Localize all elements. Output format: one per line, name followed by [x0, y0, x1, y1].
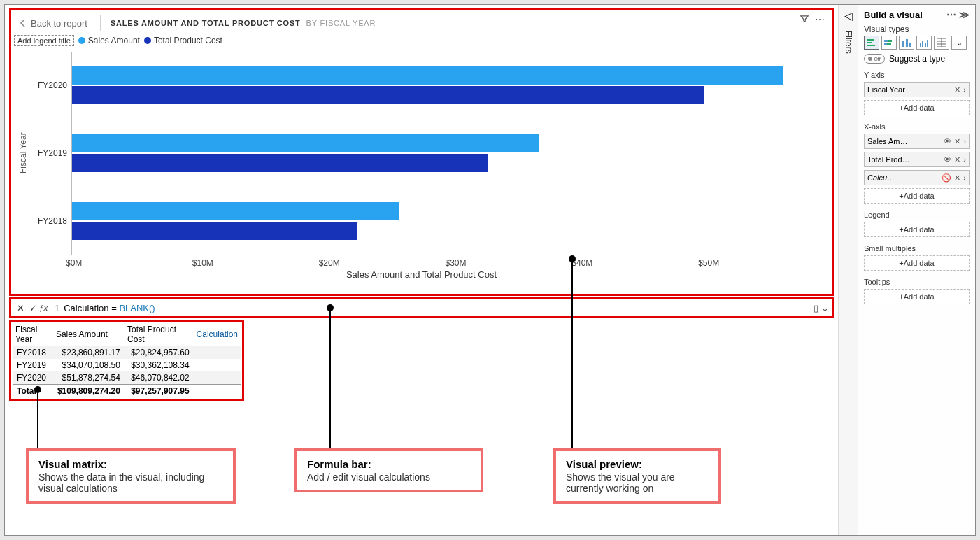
formula-bar[interactable]: ✕ ✓ ƒx 1Calculation = BLANK() ▯ ⌄: [9, 297, 834, 318]
panel-more-icon[interactable]: ⋯: [946, 9, 956, 20]
col-sales-amount[interactable]: Sales Amount: [53, 323, 125, 346]
x-icon[interactable]: ✕: [954, 155, 960, 164]
yaxis-add-data[interactable]: +Add data: [864, 100, 970, 115]
format-icon[interactable]: ▯: [814, 303, 818, 313]
x-icon[interactable]: ✕: [954, 173, 960, 183]
y-axis-labels: FY2020FY2019FY2018: [29, 52, 71, 255]
field-name: Total Prod…: [867, 155, 941, 164]
x-axis-ticks: $0M$10M$20M$30M$40M$50M: [66, 255, 825, 269]
chev-icon[interactable]: ›: [963, 155, 966, 164]
legend: Add legend title Sales Amount Total Prod…: [11, 34, 832, 52]
callout-matrix: Visual matrix: Shows the data in the vis…: [26, 448, 236, 504]
leader-line-matrix: [37, 391, 38, 450]
callout-preview-title: Visual preview:: [566, 458, 709, 470]
back-label: Back to report: [31, 18, 87, 29]
suggest-toggle[interactable]: Off: [864, 54, 885, 64]
x-tick: $50M: [698, 258, 825, 268]
svg-rect-11: [922, 41, 923, 47]
bar[interactable]: [72, 134, 539, 152]
x-tick: $30M: [445, 258, 571, 268]
x-tick: $10M: [192, 258, 319, 268]
y-tick: FY2019: [29, 148, 67, 158]
callout-preview: Visual preview: Shows the visual you are…: [553, 448, 721, 504]
noeye-icon[interactable]: 🚫: [942, 173, 951, 183]
xaxis-section-label: X-axis: [864, 122, 970, 131]
col-total-product-cost[interactable]: Total Product Cost: [125, 323, 194, 346]
bar[interactable]: [72, 66, 783, 85]
vt-expand-list[interactable]: ⌄: [951, 36, 967, 50]
svg-rect-4: [888, 40, 892, 42]
vt-column-alt[interactable]: [916, 36, 932, 50]
table-row[interactable]: FY2020$51,878,274.54$46,070,842.02: [13, 371, 241, 385]
x-icon[interactable]: ✕: [954, 137, 960, 146]
bar[interactable]: [72, 222, 357, 240]
xaxis-field-pill[interactable]: Sales Am…👁✕›: [864, 134, 970, 149]
svg-rect-13: [927, 40, 928, 47]
plot-area: [71, 52, 826, 255]
fx-icon[interactable]: ƒx: [39, 302, 55, 313]
bar[interactable]: [72, 86, 704, 104]
field-name: Calcu…: [867, 173, 939, 182]
col-calculation[interactable]: Calculation: [194, 323, 241, 346]
main-area: ⋯ Back to report SALES AMOUNT AND TOTAL …: [5, 5, 838, 535]
legend-add-data[interactable]: +Add data: [864, 222, 970, 237]
y-tick: FY2020: [29, 80, 67, 90]
chev-icon[interactable]: ›: [963, 137, 966, 145]
x-icon[interactable]: ✕: [954, 85, 960, 94]
chev-icon[interactable]: ›: [963, 173, 966, 182]
xaxis-field-pill[interactable]: Total Prod…👁✕›: [864, 152, 970, 167]
callout-matrix-body: Shows the data in the visual, including …: [38, 471, 223, 494]
legend-item-1: Total Product Cost: [144, 36, 222, 45]
chev-icon[interactable]: ›: [963, 85, 966, 94]
bar[interactable]: [72, 202, 399, 220]
legend-title-placeholder[interactable]: Add legend title: [14, 35, 74, 46]
visual-types-palette: ⌄: [864, 36, 970, 50]
collapse-filters-icon[interactable]: ◁: [844, 9, 853, 22]
callout-matrix-title: Visual matrix:: [38, 458, 223, 470]
col-fiscal-year[interactable]: Fiscal Year: [13, 323, 53, 346]
eye-icon[interactable]: 👁: [944, 155, 951, 164]
vt-table[interactable]: [934, 36, 949, 50]
chart-title-sub: BY FISCAL YEAR: [306, 19, 376, 27]
legend-item-0: Sales Amount: [78, 36, 140, 45]
build-visual-panel: Build a visual ⋯ ≫ Visual types ⌄ Off Su…: [858, 5, 975, 535]
divider: [100, 15, 101, 31]
xaxis-add-data[interactable]: +Add data: [864, 188, 970, 204]
formula-text[interactable]: 1Calculation = BLANK(): [55, 303, 155, 313]
visual-matrix: Fiscal Year Sales Amount Total Product C…: [9, 320, 244, 401]
vt-clustered-column[interactable]: [899, 36, 914, 50]
expand-formula-icon[interactable]: ⌄: [821, 303, 829, 313]
x-tick: $20M: [319, 258, 446, 268]
vt-stacked-bar[interactable]: [881, 36, 897, 50]
chart-body: Fiscal Year FY2020FY2019FY2018: [17, 52, 826, 255]
svg-rect-0: [867, 39, 874, 41]
tooltips-section-label: Tooltips: [864, 278, 970, 286]
yaxis-field-pill[interactable]: Fiscal Year✕›: [864, 82, 970, 97]
eye-icon[interactable]: 👁: [944, 137, 951, 145]
y-axis-title: Fiscal Year: [17, 52, 29, 255]
filters-rail-label: Filters: [844, 31, 853, 54]
svg-rect-12: [925, 43, 926, 47]
callout-formula-title: Formula bar:: [307, 458, 471, 470]
tooltips-add-data[interactable]: +Add data: [864, 289, 970, 304]
leader-line-formula: [329, 310, 331, 450]
commit-formula-icon[interactable]: ✓: [27, 303, 39, 313]
legend-section-label: Legend: [864, 211, 970, 219]
cancel-formula-icon[interactable]: ✕: [14, 303, 27, 313]
small-multiples-add-data[interactable]: +Add data: [864, 255, 970, 271]
svg-rect-10: [920, 43, 921, 47]
back-to-report-link[interactable]: Back to report: [20, 18, 87, 29]
callout-formula: Formula bar: Add / edit visual calculati…: [294, 448, 483, 492]
x-tick: $0M: [66, 258, 192, 268]
table-row[interactable]: FY2018$23,860,891.17$20,824,957.60: [13, 346, 241, 360]
suggest-label: Suggest a type: [889, 54, 945, 64]
filters-rail[interactable]: ◁ Filters: [838, 5, 858, 535]
svg-rect-3: [884, 40, 888, 42]
vt-clustered-bar[interactable]: [864, 36, 879, 50]
panel-expand-icon[interactable]: ≫: [959, 9, 970, 20]
leader-line-preview: [571, 261, 573, 450]
y-tick: FY2018: [29, 216, 67, 226]
xaxis-field-pill[interactable]: Calcu…🚫✕›: [864, 170, 970, 185]
bar[interactable]: [72, 154, 488, 172]
table-row[interactable]: FY2019$34,070,108.50$30,362,108.34: [13, 359, 241, 371]
